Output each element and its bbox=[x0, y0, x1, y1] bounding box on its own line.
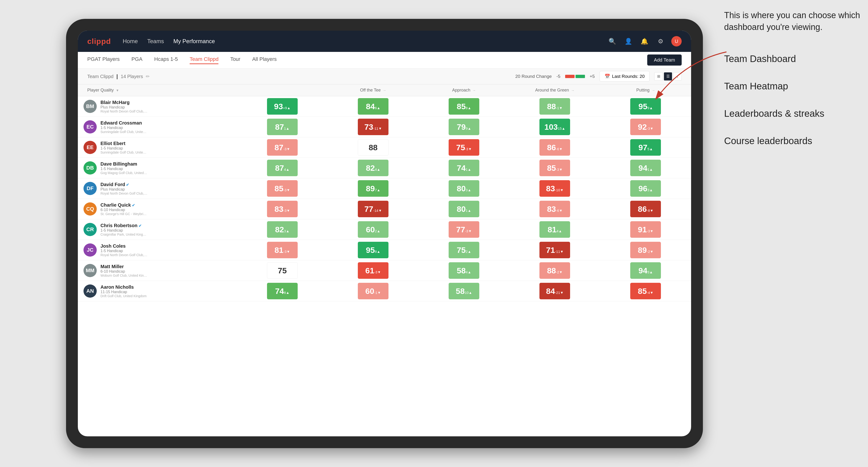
annotation-intro: This is where you can choose which dashb… bbox=[724, 9, 861, 33]
score-cell: 85-3▼ bbox=[509, 158, 600, 178]
navbar: clippd Home Teams My Performance 🔍 👤 🔔 ⚙… bbox=[78, 31, 691, 52]
player-table: Player Quality ▼ Off the Tee → Approach … bbox=[78, 85, 691, 302]
nav-my-performance[interactable]: My Performance bbox=[173, 37, 215, 46]
score-cell: 81-3▼ bbox=[237, 240, 328, 260]
annotation-item-3: Leaderboards & streaks bbox=[724, 102, 861, 125]
table-row[interactable]: BM Blair McHarg Plus Handicap Royal Nort… bbox=[78, 96, 691, 117]
table-row[interactable]: MM Matt Miller 6-10 Handicap Woburn Golf… bbox=[78, 260, 691, 281]
player-cell-4[interactable]: DF David Ford✔ Plus Handicap Royal North… bbox=[78, 178, 237, 199]
verified-icon: ✔ bbox=[126, 183, 129, 187]
player-hcp: 1-5 Handicap bbox=[100, 146, 148, 151]
table-row[interactable]: JC Josh Coles 1-5 Handicap Royal North D… bbox=[78, 240, 691, 260]
table-row[interactable]: CQ Charlie Quick✔ 6-10 Handicap St. Geor… bbox=[78, 199, 691, 219]
score-cell: 858▲ bbox=[418, 96, 509, 117]
table-row[interactable]: AN Aaron Nicholls 11-15 Handicap Drift G… bbox=[78, 281, 691, 302]
annotation-item-2: Team Heatmap bbox=[724, 75, 861, 97]
player-name: Charlie Quick✔ bbox=[100, 203, 148, 208]
score-cell: 871▲ bbox=[237, 117, 328, 137]
table-container: Player Quality ▼ Off the Tee → Approach … bbox=[78, 85, 691, 436]
subnav-pgat[interactable]: PGAT Players bbox=[87, 56, 120, 64]
subnav-pga[interactable]: PGA bbox=[131, 56, 142, 64]
score-cell: 897▲ bbox=[328, 178, 418, 199]
player-hcp: 11-15 Handicap bbox=[100, 290, 147, 294]
annotation-arrow bbox=[637, 42, 736, 108]
player-info: Chris Robertson✔ 1-5 Handicap Craigmilla… bbox=[100, 223, 148, 236]
nav-home[interactable]: Home bbox=[123, 37, 138, 46]
player-avatar: EE bbox=[84, 141, 97, 154]
player-avatar: AN bbox=[84, 284, 97, 298]
score-cell: 71-11▼ bbox=[509, 240, 600, 260]
table-row[interactable]: CR Chris Robertson✔ 1-5 Handicap Craigmi… bbox=[78, 219, 691, 240]
player-cell-7[interactable]: JC Josh Coles 1-5 Handicap Royal North D… bbox=[78, 240, 237, 260]
player-avatar: MM bbox=[84, 264, 97, 277]
player-cell-3[interactable]: DB Dave Billingham 1-5 Handicap Gog Mago… bbox=[78, 158, 237, 178]
round-neg-label: -5 bbox=[556, 74, 560, 79]
player-club: St. George's Hill GC - Weybridge - Surre… bbox=[100, 212, 148, 216]
score-cell: 814▲ bbox=[509, 219, 600, 240]
score-cell: 75 bbox=[237, 260, 328, 281]
user-icon[interactable]: 👤 bbox=[623, 36, 633, 46]
player-name: Matt Miller bbox=[100, 264, 148, 269]
score-cell: 83-6▼ bbox=[509, 199, 600, 219]
edit-icon[interactable]: ✏ bbox=[146, 73, 150, 79]
nav-teams[interactable]: Teams bbox=[147, 37, 164, 46]
player-info: Aaron Nicholls 11-15 Handicap Drift Golf… bbox=[100, 284, 147, 298]
subnav: PGAT Players PGA Hcaps 1-5 Team Clippd T… bbox=[78, 52, 691, 68]
score-cell: 75-3▼ bbox=[418, 137, 509, 158]
player-hcp: 1-5 Handicap bbox=[100, 126, 148, 130]
player-info: Josh Coles 1-5 Handicap Royal North Devo… bbox=[100, 243, 148, 257]
table-header-row: Player Quality ▼ Off the Tee → Approach … bbox=[78, 85, 691, 96]
annotation-item-4: Course leaderboards bbox=[724, 129, 861, 152]
player-info: Dave Billingham 1-5 Handicap Gog Magog G… bbox=[100, 161, 148, 175]
player-avatar: EC bbox=[84, 120, 97, 133]
subnav-team-clippd[interactable]: Team Clippd bbox=[190, 56, 218, 64]
table-row[interactable]: EC Edward Crossman 1-5 Handicap Sunningd… bbox=[78, 117, 691, 137]
player-hcp: Plus Handicap bbox=[100, 187, 148, 191]
player-cell-6[interactable]: CR Chris Robertson✔ 1-5 Handicap Craigmi… bbox=[78, 219, 237, 240]
player-club: Drift Golf Club, United Kingdom bbox=[100, 294, 147, 298]
player-cell-2[interactable]: EE Elliot Ebert 1-5 Handicap Sunningdale… bbox=[78, 137, 237, 158]
col-header-around: Around the Green → bbox=[509, 85, 600, 96]
subnav-hcaps[interactable]: Hcaps 1-5 bbox=[154, 56, 178, 64]
team-title: Team Clippd | 14 Players bbox=[87, 73, 143, 80]
player-cell-5[interactable]: CQ Charlie Quick✔ 6-10 Handicap St. Geor… bbox=[78, 199, 237, 219]
score-cell: 77-14▼ bbox=[328, 199, 418, 219]
score-cell: 92-3▼ bbox=[600, 117, 691, 137]
subnav-all-players[interactable]: All Players bbox=[252, 56, 277, 64]
player-cell-8[interactable]: MM Matt Miller 6-10 Handicap Woburn Golf… bbox=[78, 260, 237, 281]
search-icon[interactable]: 🔍 bbox=[607, 36, 618, 46]
table-row[interactable]: DB Dave Billingham 1-5 Handicap Gog Mago… bbox=[78, 158, 691, 178]
player-hcp: 1-5 Handicap bbox=[100, 167, 148, 171]
score-cell: 803▲ bbox=[418, 178, 509, 199]
player-info: Charlie Quick✔ 6-10 Handicap St. George'… bbox=[100, 203, 148, 216]
player-club: Woburn Golf Club, United Kingdom bbox=[100, 274, 148, 277]
subnav-tour[interactable]: Tour bbox=[230, 56, 240, 64]
score-cell: 975▲ bbox=[600, 137, 691, 158]
score-cell: 87-3▼ bbox=[237, 137, 328, 158]
score-cell: 89-2▼ bbox=[600, 240, 691, 260]
score-cell: 943▲ bbox=[600, 260, 691, 281]
table-row[interactable]: DF David Ford✔ Plus Handicap Royal North… bbox=[78, 178, 691, 199]
player-avatar: CR bbox=[84, 223, 97, 236]
player-hcp: Plus Handicap bbox=[100, 105, 148, 110]
calendar-icon: 📅 bbox=[604, 73, 610, 79]
annotation-area: This is where you can choose which dashb… bbox=[724, 9, 861, 157]
score-cell: 88-2▼ bbox=[509, 260, 600, 281]
player-hcp: 6-10 Handicap bbox=[100, 269, 148, 274]
score-cell: 823▲ bbox=[237, 219, 328, 240]
player-info: Matt Miller 6-10 Handicap Woburn Golf Cl… bbox=[100, 264, 148, 277]
table-row[interactable]: EE Elliot Ebert 1-5 Handicap Sunningdale… bbox=[78, 137, 691, 158]
player-club: Sunningdale Golf Club, United Kingdom bbox=[100, 151, 148, 154]
score-cell: 85-4▼ bbox=[600, 281, 691, 302]
player-cell-9[interactable]: AN Aaron Nicholls 11-15 Handicap Drift G… bbox=[78, 281, 237, 302]
player-info: Edward Crossman 1-5 Handicap Sunningdale… bbox=[100, 120, 148, 134]
score-cell: 85-3▼ bbox=[237, 178, 328, 199]
player-hcp: 1-5 Handicap bbox=[100, 228, 148, 232]
player-avatar: DB bbox=[84, 161, 97, 175]
player-cell-0[interactable]: BM Blair McHarg Plus Handicap Royal Nort… bbox=[78, 96, 237, 117]
player-name: Edward Crossman bbox=[100, 120, 148, 126]
score-cell: 84-21▼ bbox=[509, 281, 600, 302]
col-header-tee: Off the Tee → bbox=[328, 85, 418, 96]
bar-green bbox=[576, 75, 585, 78]
player-cell-1[interactable]: EC Edward Crossman 1-5 Handicap Sunningd… bbox=[78, 117, 237, 137]
